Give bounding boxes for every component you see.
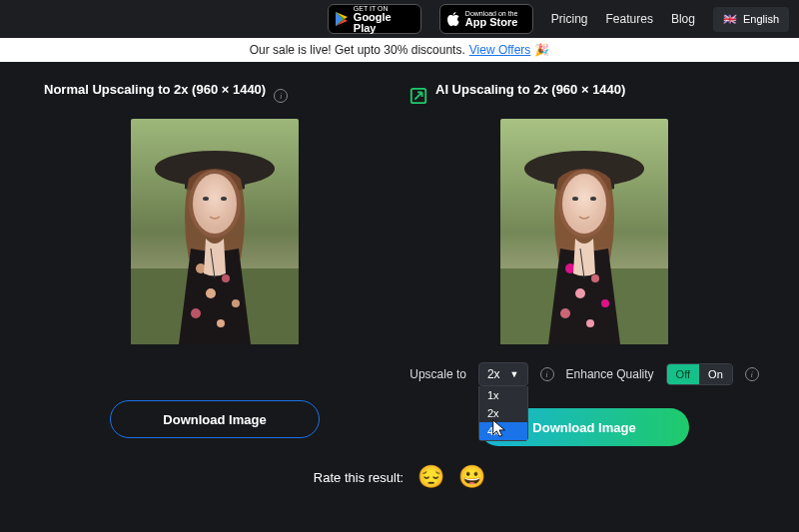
toggle-on[interactable]: On — [699, 364, 732, 384]
svg-point-24 — [601, 299, 609, 307]
promo-emoji: 🎉 — [534, 43, 549, 57]
svg-point-6 — [221, 197, 227, 201]
svg-point-19 — [572, 197, 578, 201]
svg-point-4 — [193, 174, 237, 234]
nav-pricing[interactable]: Pricing — [551, 12, 588, 26]
language-selector[interactable]: 🇬🇧 English — [713, 7, 789, 32]
svg-point-22 — [591, 274, 599, 282]
info-icon[interactable]: i — [745, 367, 759, 381]
google-play-badge[interactable]: GET IT ON Google Play — [328, 4, 421, 34]
upscale-current-value: 2x — [487, 367, 500, 381]
comparison-container: Normal Upscaling to 2x (960 × 1440) i — [0, 62, 799, 446]
svg-point-26 — [586, 319, 594, 327]
nav-blog[interactable]: Blog — [671, 12, 695, 26]
rate-result-row: Rate this result: 😔 😀 — [0, 464, 799, 490]
promo-text: Our sale is live! Get upto 30% discounts… — [250, 43, 465, 57]
ai-upscale-panel: AI Upscaling to 2x (960 × 1440) — [409, 82, 759, 446]
app-store-badge[interactable]: Download on the App Store — [439, 4, 533, 34]
upscale-option-2x[interactable]: 2x — [479, 404, 527, 422]
upscale-option-1x[interactable]: 1x — [479, 386, 527, 404]
enhance-quality-toggle[interactable]: Off On — [666, 363, 733, 385]
promo-banner: Our sale is live! Get upto 30% discounts… — [0, 38, 799, 62]
ai-upscale-icon — [409, 87, 427, 105]
upscale-option-4x[interactable]: 4x — [479, 422, 527, 440]
svg-point-20 — [590, 197, 596, 201]
svg-point-11 — [191, 308, 201, 318]
upscale-dropdown: 1x 2x 4x — [478, 386, 528, 441]
ai-panel-title: AI Upscaling to 2x (960 × 1440) — [435, 82, 625, 97]
rate-sad-emoji[interactable]: 😔 — [417, 464, 444, 490]
rate-label: Rate this result: — [314, 470, 403, 485]
ai-controls: Upscale to 2x ▼ 1x 2x 4x i Enhance Quali… — [409, 362, 759, 386]
svg-point-9 — [206, 288, 216, 298]
app-store-big: App Store — [465, 17, 518, 28]
top-navbar: GET IT ON Google Play Download on the Ap… — [0, 0, 799, 38]
nav-features[interactable]: Features — [606, 12, 653, 26]
ai-preview-image — [500, 119, 668, 344]
svg-point-12 — [217, 319, 225, 327]
normal-panel-title: Normal Upscaling to 2x (960 × 1440) — [40, 82, 266, 97]
promo-link[interactable]: View Offers — [469, 43, 531, 57]
rate-happy-emoji[interactable]: 😀 — [458, 464, 485, 490]
svg-point-10 — [232, 299, 240, 307]
normal-preview-image — [131, 119, 299, 344]
google-play-big: Google Play — [354, 12, 414, 34]
svg-point-8 — [222, 274, 230, 282]
enhance-quality-label: Enhance Quality — [566, 367, 654, 381]
normal-upscale-panel: Normal Upscaling to 2x (960 × 1440) i — [40, 82, 390, 446]
svg-point-5 — [203, 197, 209, 201]
info-icon[interactable]: i — [540, 367, 554, 381]
apple-icon — [446, 11, 460, 27]
toggle-off[interactable]: Off — [667, 364, 699, 384]
google-play-icon — [335, 11, 349, 27]
download-normal-button[interactable]: Download Image — [110, 400, 320, 438]
upscale-select[interactable]: 2x ▼ 1x 2x 4x — [478, 362, 528, 386]
upscale-to-label: Upscale to — [409, 367, 466, 381]
svg-point-18 — [562, 174, 606, 234]
svg-point-23 — [575, 288, 585, 298]
svg-point-25 — [560, 308, 570, 318]
uk-flag-icon: 🇬🇧 — [723, 13, 737, 26]
language-label: English — [743, 13, 779, 25]
info-icon[interactable]: i — [274, 89, 288, 103]
chevron-down-icon: ▼ — [510, 369, 519, 379]
